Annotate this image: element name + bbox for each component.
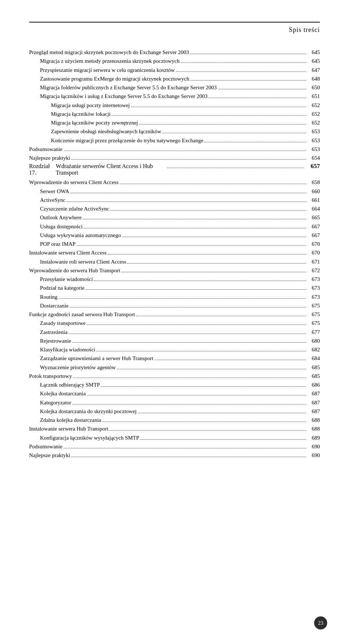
toc-row: Migracja folderów publicznych z Exchange… (29, 83, 320, 92)
toc-row: Przesyłanie wiadomości673 (29, 275, 320, 284)
toc-entry-page: 690 (307, 443, 320, 451)
toc-entry-text: Wprowadzenie do serwera Client Access (29, 178, 119, 187)
toc-row: Rejestrowanie680 (29, 337, 320, 345)
toc-entry-dots (102, 421, 306, 422)
toc-entry-dots (138, 413, 306, 413)
toc-entry-text: Migracja folderów publicznych z Exchange… (29, 83, 217, 92)
toc-entry-text: Instalowanie serwera Hub Transport (29, 425, 108, 433)
toc-entry-text: Instalowanie serwera Client Access (29, 249, 107, 257)
header-title: Spis treści (289, 26, 320, 34)
toc-entry-dots (71, 159, 306, 160)
toc-entry-page: 687 (307, 390, 320, 398)
toc-entry-text: Routing (29, 293, 57, 301)
toc-entry-page: 673 (307, 284, 320, 292)
toc-row: Łącznik odbierający SMTP686 (29, 381, 320, 389)
toc-entry-dots (176, 72, 306, 72)
toc-entry-page: 664 (307, 205, 320, 213)
toc-row: Migracja z użyciem metody przenoszenia s… (29, 57, 320, 65)
toc-row: Migracja łączników lokacji652 (29, 110, 320, 118)
toc-entry-dots (111, 210, 306, 211)
toc-entry-dots (71, 457, 306, 457)
toc-row: Serwer OWA660 (29, 187, 320, 196)
toc-entry-dots (72, 404, 306, 404)
toc-row: Outlook Anywhere665 (29, 213, 320, 222)
toc-entry-page: 645 (307, 48, 320, 57)
toc-entry-dots (140, 439, 306, 440)
toc-entry-text: Potok transportowy (29, 372, 72, 380)
chapter-title: Wdrażanie serwerów Client Access i Hub T… (56, 163, 166, 176)
toc-entry-dots (163, 133, 306, 133)
toc-entry-dots (117, 369, 306, 369)
chapter-dots (167, 168, 304, 168)
toc-row: Zdalna kolejka dostarczania688 (29, 416, 320, 424)
toc-entry-text: Migracja łączników poczty zewnętrznej (29, 119, 138, 127)
toc-entry-page: 688 (307, 416, 320, 424)
toc-entry-text: Zastrzeżenia (29, 328, 68, 337)
toc-entry-dots (64, 151, 306, 151)
toc-entry-dots (85, 289, 306, 290)
toc-entry-dots (122, 237, 306, 237)
toc-entry-text: Przyspieszanie migracji serwera w celu o… (29, 66, 175, 74)
toc-entry-dots (69, 334, 306, 334)
toc-entry-dots (131, 107, 306, 107)
toc-entry-text: Dostarczanie (29, 302, 68, 310)
toc-row: Zarządzanie uprawnieniami a serwer Hub T… (29, 354, 320, 363)
toc-entry-dots (136, 316, 306, 316)
toc-entry-dots (155, 360, 306, 360)
toc-entry-dots (87, 395, 306, 395)
toc-entry-page: 653 (307, 136, 320, 145)
toc-entry-page: 680 (307, 337, 320, 345)
toc-entry-dots (69, 307, 306, 307)
toc-entry-page: 689 (307, 434, 320, 442)
toc-row: Przyspieszanie migracji serwera w celu o… (29, 66, 320, 74)
toc-entry-page: 684 (307, 354, 320, 363)
toc-entry-page: 690 (307, 451, 320, 460)
toc-entry-page: 665 (307, 213, 320, 222)
chapter-left: Rozdział 17. Wdrażanie serwerów Client A… (29, 163, 166, 176)
toc-entry-text: Usługa dostępności (29, 223, 83, 231)
toc-entry-dots (94, 281, 306, 281)
toc-entry-page: 685 (307, 363, 320, 372)
chapter-section: Rozdział 17. Wdrażanie serwerów Client A… (29, 163, 320, 460)
toc-row: Usługa wykrywania automatycznego667 (29, 231, 320, 240)
chapter-page: 657 (305, 163, 320, 170)
toc-entry-page: 675 (307, 302, 320, 310)
toc-entry-page: 654 (307, 154, 320, 162)
toc-entry-text: Instalowanie roli serwera Client Access (29, 258, 126, 266)
page-header: Spis treści (29, 22, 320, 34)
toc-entry-page: 673 (307, 293, 320, 301)
toc-entry-dots (190, 80, 306, 81)
toc-entry-text: Przesyłanie wiadomości (29, 275, 93, 284)
toc-entry-text: Wprowadzenie do serwera Hub Transport (29, 266, 120, 275)
toc-row: Najlepsze praktyki654 (29, 154, 320, 162)
toc-row: Wprowadzenie do serwera Client Access658 (29, 178, 320, 187)
toc-row: Usługa dostępności667 (29, 223, 320, 231)
toc-row: Kategoryzator687 (29, 399, 320, 407)
toc-entry-text: Zarządzanie uprawnieniami a serwer Hub T… (29, 354, 153, 363)
toc-row: Podsumowanie653 (29, 145, 320, 154)
toc-entry-dots (204, 142, 306, 142)
toc-row: Migracja usługi poczty internetowej652 (29, 101, 320, 110)
toc-entry-page: 677 (307, 328, 320, 337)
toc-entry-page: 645 (307, 57, 320, 65)
toc-entry-dots (108, 254, 306, 254)
toc-entry-page: 653 (307, 145, 320, 154)
toc-entry-text: Podział na kategorie (29, 284, 84, 292)
toc-entry-dots (70, 193, 306, 193)
toc-entry-text: Outlook Anywhere (29, 213, 82, 222)
toc-entry-page: 647 (307, 66, 320, 74)
toc-entry-dots (139, 124, 306, 125)
chapter-heading-row: Rozdział 17. Wdrażanie serwerów Client A… (29, 163, 320, 176)
toc-entry-text: Kolejka dostarczania do skrzynki pocztow… (29, 407, 137, 416)
toc-entry-text: Najlepsze praktyki (29, 154, 70, 162)
toc-row: Instalowanie serwera Client Access670 (29, 249, 320, 257)
toc-row: Klasyfikacja wiadomości682 (29, 346, 320, 354)
toc-entry-text: Łącznik odbierający SMTP (29, 381, 100, 389)
toc-entry-page: 652 (307, 110, 320, 118)
toc-entry-dots (218, 89, 306, 89)
toc-entry-page: 650 (307, 83, 320, 92)
toc-row: Zapewnienie obsługi nieobsługiwanych łąc… (29, 127, 320, 136)
toc-entry-dots (77, 245, 306, 246)
toc-entry-text: Wyznaczenie priorytetów agentów (29, 363, 116, 372)
toc-entry-page: 675 (307, 310, 320, 319)
